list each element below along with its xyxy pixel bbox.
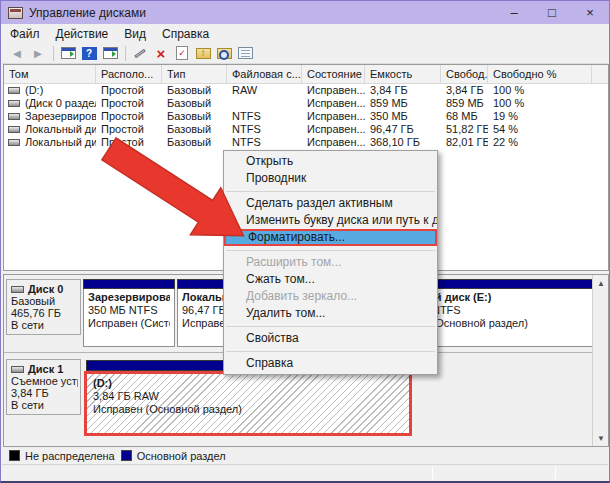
close-button[interactable]: × [571, 1, 609, 24]
column-header-filler [592, 65, 608, 83]
console-window-icon[interactable] [58, 44, 78, 62]
disk1-panel[interactable]: Диск 1 Съемное устройство 3,84 ГБ В сети [6, 359, 81, 415]
toolbar: ◄ ► ? × ✓ [2, 43, 608, 64]
column-header-status[interactable]: Состояние [302, 65, 365, 83]
disk0-panel[interactable]: Диск 0 Базовый 465,76 ГБ В сети [6, 279, 81, 335]
partition-system-reserved[interactable]: Зарезервировано 350 МБ NTFS Исправен (Си… [83, 279, 175, 347]
vertical-scrollbar[interactable]: ▲ ▼ [592, 275, 608, 446]
menu-bar: Файл Действие Вид Справка [2, 24, 608, 43]
column-header-filesystem[interactable]: Файловая с... [227, 65, 302, 83]
menu-help[interactable]: Справка [154, 25, 217, 43]
volume-table-header: Том Располо... Тип Файловая с... Состоян… [4, 65, 608, 84]
volume-icon [8, 87, 20, 94]
back-icon[interactable]: ◄ [7, 44, 27, 62]
column-header-free-percent[interactable]: Свободно % [488, 65, 592, 83]
table-row[interactable]: (Диск 0 раздел 3) Простой Базовый Исправ… [4, 97, 608, 110]
disk-icon [11, 366, 24, 373]
menu-view[interactable]: Вид [116, 25, 154, 43]
column-header-capacity[interactable]: Емкость [365, 65, 441, 83]
minimize-button[interactable]: – [495, 1, 533, 24]
toolbar-separator [53, 46, 54, 61]
menu-item-explorer[interactable]: Проводник [224, 170, 437, 187]
table-row[interactable]: (D:) Простой Базовый RAW Исправен... 3,8… [4, 84, 608, 97]
menu-item-format[interactable]: Форматировать... [224, 229, 437, 246]
context-menu: Открыть Проводник Сделать раздел активны… [223, 150, 438, 375]
menu-item-change-letter[interactable]: Изменить букву диска или путь к диску... [224, 212, 437, 229]
forward-icon[interactable]: ► [28, 44, 48, 62]
menu-item-properties[interactable]: Свойства [224, 330, 437, 347]
status-separator [555, 467, 556, 479]
table-row[interactable]: Локальный диск (... Простой Базовый NTFS… [4, 123, 608, 136]
volume-icon [8, 100, 20, 107]
column-header-type[interactable]: Тип [162, 65, 227, 83]
menu-item-shrink[interactable]: Сжать том... [224, 271, 437, 288]
scroll-up-icon[interactable]: ▲ [593, 275, 609, 291]
volume-icon [8, 139, 20, 146]
table-row[interactable]: Локальный диск (... Простой Базовый NTFS… [4, 136, 608, 149]
menu-separator [224, 187, 437, 195]
folder-search-icon[interactable] [214, 44, 234, 62]
menu-file[interactable]: Файл [2, 25, 48, 43]
menu-separator [224, 347, 437, 355]
disk-management-window: Управление дисками – □ × Файл Действие В… [0, 0, 610, 483]
legend: Не распределена Основной раздел [3, 448, 226, 463]
status-separator [432, 467, 433, 479]
menu-separator [224, 322, 437, 330]
menu-action[interactable]: Действие [48, 25, 117, 43]
delete-icon[interactable]: × [151, 44, 171, 62]
legend-primary-label: Основной раздел [137, 450, 226, 462]
toolbar-separator [125, 46, 126, 61]
menu-separator [224, 246, 437, 254]
volume-icon [8, 126, 20, 133]
menu-item-open[interactable]: Открыть [224, 153, 437, 170]
column-header-free[interactable]: Свобод... [441, 65, 488, 83]
maximize-button[interactable]: □ [533, 1, 571, 24]
status-bar [2, 464, 608, 481]
menu-item-extend: Расширить том... [224, 254, 437, 271]
scroll-down-icon[interactable]: ▼ [593, 430, 609, 446]
menu-item-help[interactable]: Справка [224, 355, 437, 372]
partition-d-drive-highlighted[interactable]: (D:) 3,84 ГБ RAW Исправен (Основной разд… [84, 371, 412, 436]
legend-unallocated-label: Не распределена [25, 450, 115, 462]
window-title: Управление дисками [29, 6, 146, 20]
table-row[interactable]: Зарезервировано... Простой Базовый NTFS … [4, 110, 608, 123]
folder-up-icon[interactable] [193, 44, 213, 62]
app-icon [8, 7, 23, 19]
title-bar: Управление дисками – □ × [1, 1, 609, 24]
column-header-volume[interactable]: Том [4, 65, 96, 83]
legend-primary-swatch [121, 450, 132, 461]
properties-icon[interactable] [235, 44, 255, 62]
help-icon[interactable]: ? [79, 44, 99, 62]
partition-color-bar [83, 279, 175, 289]
disk-icon [11, 286, 24, 293]
column-header-layout[interactable]: Располо... [96, 65, 162, 83]
menu-item-add-mirror: Добавить зеркало... [224, 288, 437, 305]
menu-item-delete-volume[interactable]: Удалить том... [224, 305, 437, 322]
check-doc-icon[interactable]: ✓ [172, 44, 192, 62]
menu-item-mark-active[interactable]: Сделать раздел активным [224, 195, 437, 212]
tool-icon[interactable] [130, 44, 150, 62]
action-pane-icon[interactable] [100, 44, 120, 62]
legend-unallocated-swatch [9, 450, 20, 461]
volume-icon [8, 113, 20, 120]
